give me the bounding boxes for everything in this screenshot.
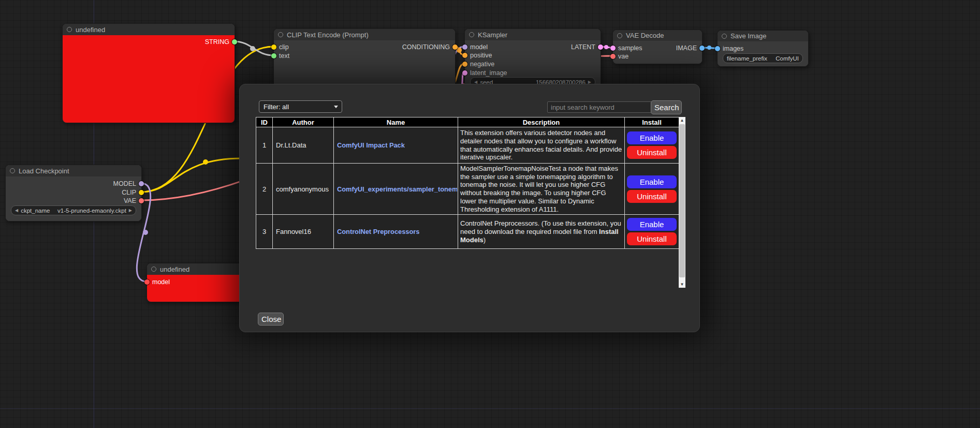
col-header-author: Author bbox=[273, 117, 334, 127]
output-label: IMAGE bbox=[676, 45, 697, 52]
node-title-bar[interactable]: VAE Decode bbox=[613, 30, 702, 41]
ext-author: Fannovel16 bbox=[273, 215, 334, 249]
node-title: undefined bbox=[76, 26, 105, 34]
node-title: KSampler bbox=[478, 31, 507, 39]
extension-table: ID Author Name Description Install 1 Dr.… bbox=[256, 117, 679, 249]
node-title: undefined bbox=[160, 265, 189, 273]
node-title: Save Image bbox=[730, 32, 766, 40]
string-output-dot[interactable] bbox=[232, 39, 237, 45]
widget-value: ComfyUI bbox=[776, 55, 799, 62]
extension-link[interactable]: ComfyUI Impact Pack bbox=[337, 141, 457, 149]
uninstall-button[interactable]: Uninstall bbox=[627, 190, 677, 203]
node-body: samples vae IMAGE bbox=[613, 41, 702, 64]
ext-description: ModelSamplerTonemapNoiseTest a node that… bbox=[458, 164, 625, 215]
input-label: model bbox=[152, 278, 170, 286]
input-label: images bbox=[723, 45, 743, 52]
extension-row: 2 comfyanonymous ComfyUI_experiments/sam… bbox=[256, 164, 679, 215]
latent-output-dot[interactable] bbox=[598, 45, 603, 50]
extension-link[interactable]: ComfyUI_experiments/sampler_tonemap bbox=[337, 185, 457, 193]
node-title-bar[interactable]: Save Image bbox=[718, 31, 808, 41]
collapse-dot-icon[interactable] bbox=[67, 27, 72, 32]
decrement-arrow-icon[interactable]: ◀ bbox=[15, 209, 18, 213]
extension-list-scroll-area: ID Author Name Description Install 1 Dr.… bbox=[256, 117, 685, 288]
ext-id: 1 bbox=[256, 127, 273, 164]
output-label: MODEL bbox=[113, 180, 136, 187]
ext-id: 2 bbox=[256, 164, 273, 215]
extension-row: 3 Fannovel16 ControlNet Preprocessors Co… bbox=[256, 215, 679, 249]
vae-output-dot[interactable] bbox=[139, 198, 144, 203]
node-vae-decode[interactable]: VAE Decode samples vae IMAGE bbox=[612, 29, 703, 64]
custom-nodes-manager-dialog: Filter: all Search ID Author Name Descri… bbox=[239, 84, 700, 332]
node-undefined-top[interactable]: undefined STRING bbox=[62, 23, 235, 123]
image-output-dot[interactable] bbox=[699, 46, 705, 51]
col-header-install: Install bbox=[625, 117, 679, 127]
enable-button[interactable]: Enable bbox=[627, 218, 677, 231]
close-button[interactable]: Close bbox=[258, 313, 284, 326]
node-title-bar[interactable]: KSampler bbox=[465, 29, 601, 40]
collapse-dot-icon[interactable] bbox=[151, 267, 156, 272]
node-body: MODEL CLIP VAE ◀ ckpt_name v1-5-pruned-e… bbox=[6, 176, 141, 221]
input-label: vae bbox=[618, 53, 628, 60]
node-save-image[interactable]: Save Image images filename_prefix ComfyU… bbox=[717, 30, 809, 67]
images-input-dot[interactable] bbox=[715, 46, 720, 51]
search-button[interactable]: Search bbox=[651, 100, 682, 114]
col-header-description: Description bbox=[458, 117, 625, 127]
filter-select[interactable]: Filter: all bbox=[259, 100, 342, 113]
input-label: negative bbox=[470, 61, 494, 68]
input-label: positive bbox=[470, 52, 492, 59]
widget-label: ckpt_name bbox=[21, 208, 50, 214]
col-header-name: Name bbox=[334, 117, 458, 127]
scroll-down-icon[interactable]: ▼ bbox=[679, 281, 685, 288]
positive-input-dot[interactable] bbox=[462, 53, 467, 58]
node-title: CLIP Text Encode (Prompt) bbox=[287, 31, 369, 39]
node-title: Load Checkpoint bbox=[19, 167, 69, 175]
ext-description: ControlNet Preprocessors. (To use this e… bbox=[458, 215, 625, 249]
node-load-checkpoint[interactable]: Load Checkpoint MODEL CLIP VAE ◀ ckpt_na… bbox=[5, 165, 142, 222]
negative-input-dot[interactable] bbox=[462, 62, 467, 67]
collapse-dot-icon[interactable] bbox=[469, 32, 474, 37]
conditioning-output-dot[interactable] bbox=[452, 45, 458, 50]
input-label: latent_image bbox=[470, 69, 507, 77]
collapse-dot-icon[interactable] bbox=[10, 168, 15, 173]
extension-row: 1 Dr.Lt.Data ComfyUI Impact Pack This ex… bbox=[256, 127, 679, 164]
node-ksampler[interactable]: KSampler model positive negative latent_… bbox=[464, 28, 601, 93]
node-title-bar[interactable]: undefined bbox=[63, 24, 235, 35]
scroll-up-icon[interactable]: ▲ bbox=[679, 117, 685, 124]
increment-arrow-icon[interactable]: ▶ bbox=[129, 209, 132, 213]
extension-link[interactable]: ControlNet Preprocessors bbox=[337, 228, 457, 235]
model-input-dot[interactable] bbox=[144, 279, 150, 285]
collapse-dot-icon[interactable] bbox=[278, 32, 283, 37]
uninstall-button[interactable]: Uninstall bbox=[627, 232, 677, 245]
collapse-dot-icon[interactable] bbox=[617, 33, 622, 38]
vae-input-dot[interactable] bbox=[610, 54, 616, 59]
text-input-dot[interactable] bbox=[271, 53, 276, 58]
node-title-bar[interactable]: CLIP Text Encode (Prompt) bbox=[274, 29, 455, 40]
ext-author: Dr.Lt.Data bbox=[273, 127, 334, 164]
ext-author: comfyanonymous bbox=[273, 164, 334, 215]
widget-label: filename_prefix bbox=[727, 55, 767, 62]
node-title: VAE Decode bbox=[626, 32, 664, 39]
latent-image-input-dot[interactable] bbox=[462, 70, 467, 76]
output-label: STRING bbox=[205, 38, 229, 46]
widget-value: v1-5-pruned-emaonly.ckpt bbox=[57, 208, 126, 214]
table-header-row: ID Author Name Description Install bbox=[256, 117, 679, 127]
ckpt-name-widget[interactable]: ◀ ckpt_name v1-5-pruned-emaonly.ckpt ▶ bbox=[11, 205, 136, 215]
search-input[interactable] bbox=[547, 101, 652, 113]
scrollbar[interactable]: ▲ ▼ bbox=[679, 117, 685, 288]
collapse-dot-icon[interactable] bbox=[722, 34, 727, 39]
clip-output-dot[interactable] bbox=[139, 190, 144, 195]
enable-button[interactable]: Enable bbox=[627, 175, 677, 188]
output-label: LATENT bbox=[571, 43, 595, 51]
node-body: images filename_prefix ComfyUI bbox=[718, 41, 808, 66]
enable-button[interactable]: Enable bbox=[627, 131, 677, 144]
output-label: CLIP bbox=[122, 189, 136, 196]
col-header-id: ID bbox=[256, 117, 273, 127]
ext-id: 3 bbox=[256, 215, 273, 249]
uninstall-button[interactable]: Uninstall bbox=[627, 146, 677, 159]
output-label: CONDITIONING bbox=[402, 43, 450, 51]
output-label: VAE bbox=[124, 197, 136, 204]
filename-prefix-widget[interactable]: filename_prefix ComfyUI bbox=[723, 53, 803, 63]
node-title-bar[interactable]: Load Checkpoint bbox=[6, 165, 141, 176]
scrollbar-thumb[interactable] bbox=[679, 124, 685, 277]
model-output-dot[interactable] bbox=[139, 181, 144, 186]
